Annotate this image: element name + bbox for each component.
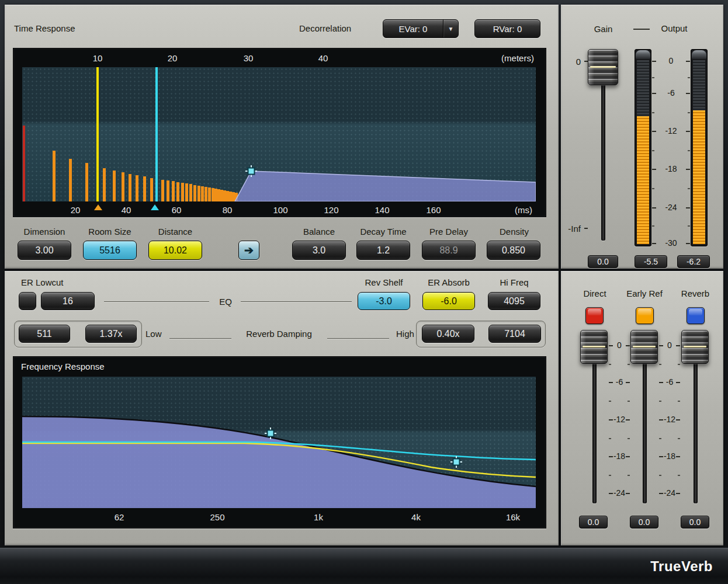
link-arrow-button[interactable]: ➔ [238, 241, 259, 260]
eq-handle[interactable] [453, 459, 460, 465]
scale-tick [676, 456, 680, 457]
frequency-response-svg [22, 377, 536, 508]
scale-tick [652, 131, 656, 132]
early-ref-readout[interactable]: 0.0 [630, 516, 658, 529]
reverb-readout[interactable]: 0.0 [681, 516, 709, 529]
ms-axis-tick: 160 [422, 205, 445, 215]
evar-dropdown[interactable]: EVar: 0 ▼ [383, 19, 459, 38]
scale-tick-minor [652, 188, 654, 189]
output-right-readout[interactable]: -6.2 [677, 255, 710, 268]
scale-tick-minor [628, 401, 630, 402]
early-ref-button[interactable] [636, 307, 654, 324]
direct-button[interactable] [585, 307, 604, 324]
scale-tick [609, 419, 613, 420]
pre-delay-value[interactable]: 88.9 [422, 241, 476, 260]
ms-axis-tick: 60 [165, 205, 188, 215]
scale-tick [626, 345, 630, 346]
impulse-bar [217, 189, 220, 201]
impulse-bar [85, 163, 88, 201]
scale-tick [676, 382, 680, 383]
room-size-value[interactable]: 5516 [83, 241, 137, 260]
meters-axis-tick: 40 [311, 53, 335, 63]
direct-distance-marker[interactable] [94, 204, 102, 210]
scale-tick-minor [688, 112, 690, 113]
er-lowcut-value[interactable]: 16 [41, 292, 95, 310]
eq-divider-right [241, 301, 352, 302]
meter-tube [637, 60, 649, 244]
reverb-button[interactable] [687, 307, 705, 324]
scale-tick [626, 419, 630, 420]
ms-axis-tick: 20 [64, 205, 87, 215]
scale-tick-minor [652, 112, 654, 113]
time-response-plot[interactable] [22, 67, 536, 201]
reverb-fader-handle[interactable] [681, 330, 709, 364]
decay-time-value[interactable]: 1.2 [356, 241, 410, 260]
scale-tick [652, 61, 656, 62]
impulse-bar [176, 182, 179, 201]
scale-tick-minor [609, 401, 611, 402]
rev-shelf-value[interactable]: -3.0 [358, 292, 410, 310]
scale-tick [652, 243, 656, 244]
ms-axis-tick: 100 [269, 205, 292, 215]
mixer-scale-right: 0-6-12-18-24 [659, 0, 680, 526]
impulse-bar [167, 180, 169, 201]
damping-low-freq-value[interactable]: 511 [19, 325, 70, 343]
gain-scale-tick [584, 61, 588, 62]
scale-tick-minor [628, 364, 630, 365]
eq-label: EQ [215, 297, 236, 307]
meters-axis-tick: 10 [86, 53, 109, 63]
impulse-bar [185, 183, 188, 201]
impulse-bar [69, 159, 72, 201]
er-lowcut-enable-button[interactable] [19, 292, 36, 310]
impulse-bar [181, 183, 184, 201]
distance-value[interactable]: 10.02 [148, 241, 202, 260]
early-ref-fader-handle[interactable] [630, 330, 658, 364]
meter-fill [637, 116, 649, 244]
scale-tick-minor [688, 188, 690, 189]
scale-tick-minor [652, 150, 654, 151]
impulse-bar [193, 185, 196, 201]
freq-axis-tick: 16k [498, 512, 528, 522]
direct-readout[interactable]: 0.0 [579, 516, 608, 529]
scale-tick [686, 61, 690, 62]
damping-low-ratio-value[interactable]: 1.37x [85, 325, 137, 343]
scale-tick-minor [609, 475, 611, 476]
pre-delay-label: Pre Delay [420, 227, 478, 237]
density-value[interactable]: 0.850 [487, 241, 540, 260]
rvar-button[interactable]: RVar: 0 [474, 19, 540, 38]
impulse-bar [226, 191, 229, 201]
freq-axis-tick: 62 [105, 512, 134, 522]
early-ref-marker[interactable] [151, 204, 159, 210]
scale-tick [652, 207, 656, 208]
frequency-response-plot[interactable] [22, 377, 536, 508]
damping-high-freq-value[interactable]: 7104 [488, 325, 541, 343]
balance-value[interactable]: 3.0 [292, 241, 346, 260]
scale-tick [659, 456, 663, 457]
scale-tick-minor [678, 401, 680, 402]
impulse-bar [23, 126, 25, 201]
impulse-bar [223, 190, 226, 201]
chevron-down-icon[interactable]: ▼ [443, 20, 458, 37]
er-absorb-value[interactable]: -6.0 [422, 292, 475, 310]
scale-tick [652, 93, 656, 94]
reverb-label: Reverb [675, 288, 715, 298]
scale-tick-minor [652, 225, 654, 227]
scale-tick-minor [688, 77, 690, 78]
reverb-level-handle[interactable] [248, 168, 255, 175]
scale-tick [652, 169, 656, 170]
scale-tick [626, 456, 630, 457]
impulse-bar [113, 171, 116, 201]
dimension-value[interactable]: 3.00 [18, 241, 71, 260]
gain-scale-bottom-label: -Inf [560, 224, 581, 234]
ms-axis-tick: 120 [320, 205, 343, 215]
hi-freq-value[interactable]: 4095 [488, 292, 540, 310]
impulse-bar [189, 184, 192, 201]
damping-high-ratio-value[interactable]: 0.40x [422, 325, 474, 343]
footer-bar: TrueVerb [0, 548, 728, 584]
eq-handle[interactable] [268, 430, 274, 437]
scale-tick-minor [628, 438, 630, 439]
scale-tick [676, 345, 680, 346]
scale-tick [686, 243, 690, 244]
meter-cap [692, 50, 706, 59]
direct-fader-handle[interactable] [580, 330, 608, 364]
